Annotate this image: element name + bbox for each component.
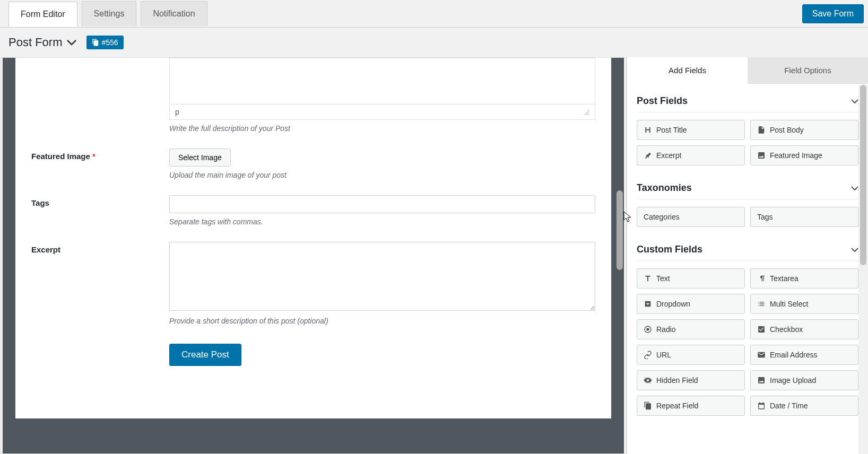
featured-image-label: Featured Image <box>31 152 90 161</box>
checkbox-icon <box>757 325 766 334</box>
field-email[interactable]: Email Address <box>750 345 858 365</box>
image-icon <box>757 151 766 160</box>
field-excerpt[interactable]: Excerpt <box>637 145 745 165</box>
field-label: Categories <box>644 213 680 221</box>
featured-image-help: Upload the main image of your post <box>169 171 595 179</box>
chevron-down-icon <box>851 97 858 106</box>
eye-slash-icon <box>644 376 652 385</box>
tags-input[interactable] <box>169 195 595 213</box>
radio-icon <box>644 325 652 334</box>
section-custom-title: Custom Fields <box>637 244 702 255</box>
field-tags[interactable]: Tags <box>750 207 858 227</box>
caret-square-icon <box>644 300 652 308</box>
field-label: Radio <box>656 325 676 334</box>
section-taxonomies-title: Taxonomies <box>637 182 692 194</box>
envelope-icon <box>757 351 766 359</box>
tags-help: Separate tags with commas. <box>169 217 595 226</box>
field-datetime[interactable]: Date / Time <box>750 396 858 416</box>
field-dropdown[interactable]: Dropdown <box>637 294 745 314</box>
link-icon <box>644 351 652 359</box>
sidebar-scroll-thumb[interactable] <box>860 85 866 265</box>
field-label: Post Title <box>656 126 687 134</box>
excerpt-label: Excerpt <box>31 245 60 254</box>
field-label: Email Address <box>770 351 817 359</box>
section-custom-fields[interactable]: Custom Fields <box>637 239 858 261</box>
field-label: Excerpt <box>656 151 681 160</box>
text-icon <box>644 274 652 283</box>
wysiwyg-path: p <box>175 108 179 116</box>
field-label: Multi Select <box>770 300 808 308</box>
calendar-icon <box>757 401 766 410</box>
excerpt-textarea[interactable] <box>169 242 595 311</box>
form-id-text: #556 <box>101 38 118 47</box>
heading-icon <box>644 126 652 134</box>
field-label: Checkbox <box>770 325 803 334</box>
top-tabs: Form Editor Settings Notification Save F… <box>0 0 868 28</box>
field-hidden[interactable]: Hidden Field <box>637 370 745 390</box>
tab-add-fields[interactable]: Add Fields <box>627 57 748 84</box>
section-taxonomies[interactable]: Taxonomies <box>637 177 858 199</box>
field-label: Repeat Field <box>656 401 698 410</box>
subheader: Post Form #556 <box>0 28 868 57</box>
field-repeat[interactable]: Repeat Field <box>637 396 745 416</box>
form-title-chevron-icon[interactable] <box>66 36 77 49</box>
field-label: Text <box>656 274 670 283</box>
field-label: Hidden Field <box>656 376 698 385</box>
field-post-title[interactable]: Post Title <box>637 120 745 140</box>
pin-icon <box>644 151 652 160</box>
field-label: Image Upload <box>770 376 816 385</box>
form-canvas: p Write the full description of your Pos… <box>15 58 611 418</box>
tags-label: Tags <box>31 198 49 207</box>
select-image-button[interactable]: Select Image <box>169 149 231 167</box>
field-categories[interactable]: Categories <box>637 207 745 227</box>
post-body-help: Write the full description of your Post <box>169 124 595 133</box>
field-post-body[interactable]: Post Body <box>750 120 858 140</box>
chevron-down-icon <box>851 184 858 193</box>
chevron-down-icon <box>851 245 858 255</box>
field-label: Post Body <box>770 126 804 134</box>
canvas-scrollbar[interactable] <box>613 58 623 453</box>
form-id-badge[interactable]: #556 <box>86 36 123 49</box>
field-radio[interactable]: Radio <box>637 319 745 339</box>
field-multiselect[interactable]: Multi Select <box>750 294 858 314</box>
tab-form-editor[interactable]: Form Editor <box>8 2 77 27</box>
form-title: Post Form <box>8 36 62 49</box>
section-post-fields-title: Post Fields <box>637 95 688 107</box>
field-checkbox[interactable]: Checkbox <box>750 319 858 339</box>
section-post-fields[interactable]: Post Fields <box>637 90 858 112</box>
field-image-upload[interactable]: Image Upload <box>750 370 858 390</box>
sidebar-scrollbar[interactable] <box>858 85 868 454</box>
paragraph-icon <box>757 274 766 283</box>
field-text[interactable]: Text <box>637 268 745 289</box>
field-label: URL <box>656 351 671 359</box>
copy-icon <box>644 401 652 410</box>
tab-notification[interactable]: Notification <box>141 1 207 26</box>
field-label: Dropdown <box>656 300 690 308</box>
image-icon <box>757 376 766 385</box>
save-form-button[interactable]: Save Form <box>802 4 864 23</box>
document-icon <box>757 126 766 134</box>
field-label: Featured Image <box>770 151 822 160</box>
field-label: Tags <box>757 213 773 221</box>
required-mark: * <box>92 152 96 161</box>
wysiwyg-path-bar: p <box>169 104 595 120</box>
create-post-button[interactable]: Create Post <box>169 344 241 366</box>
field-label: Textarea <box>770 274 798 283</box>
tab-field-options[interactable]: Field Options <box>748 57 868 84</box>
post-body-editor[interactable] <box>169 58 595 104</box>
resize-grip-icon[interactable] <box>583 109 589 115</box>
field-label: Date / Time <box>770 401 808 410</box>
tab-settings[interactable]: Settings <box>82 1 137 26</box>
field-url[interactable]: URL <box>637 345 745 365</box>
field-textarea[interactable]: Textarea <box>750 268 858 289</box>
excerpt-help: Provide a short description of this post… <box>169 317 595 325</box>
canvas-scroll-thumb[interactable] <box>617 190 623 270</box>
list-icon <box>757 300 766 308</box>
field-featured-image[interactable]: Featured Image <box>750 145 858 165</box>
sidebar: Add Fields Field Options Post Fields Pos… <box>627 57 868 454</box>
